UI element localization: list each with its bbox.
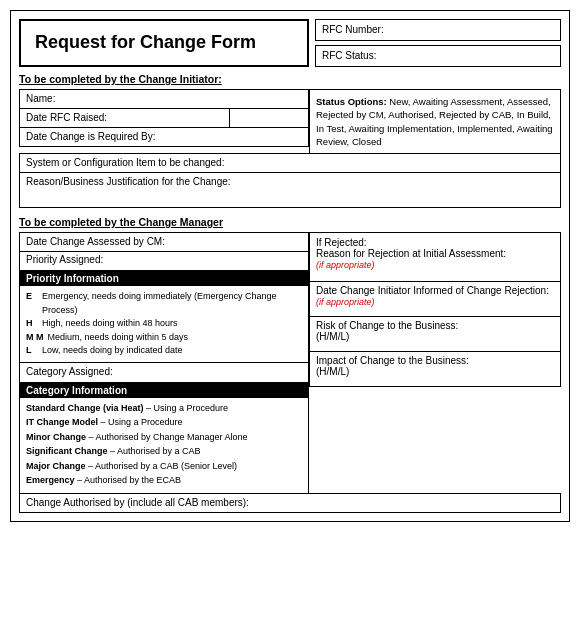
category-block: Category Information Standard Change (vi… xyxy=(19,382,309,494)
priority-item-e: E Emergency, needs doing immediately (Em… xyxy=(26,290,302,317)
impact-label: Impact of Change to the Business: (H/M/L… xyxy=(316,355,554,377)
cat-itchange: IT Change Model – Using a Procedure xyxy=(26,416,302,430)
authorised-field[interactable]: Change Authorised by (include all CAB me… xyxy=(19,493,561,513)
bottom-left: Date Change Assessed by CM: Priority Ass… xyxy=(19,232,309,494)
priority-assigned-label: Priority Assigned: xyxy=(26,254,103,265)
priority-desc-e: Emergency, needs doing immediately (Emer… xyxy=(42,290,302,317)
page-container: Request for Change Form RFC Number: RFC … xyxy=(10,10,570,522)
priority-block: Priority Information E Emergency, needs … xyxy=(19,270,309,363)
rfc-info: RFC Number: RFC Status: xyxy=(315,19,561,67)
date-required-label: Date Change is Required By: xyxy=(26,131,156,142)
category-assigned-field[interactable]: Category Assigned: xyxy=(19,363,309,383)
initiator-section-label: To be completed by the Change Initiator: xyxy=(19,73,561,85)
priority-item-h: H High, needs doing within 48 hours xyxy=(26,317,302,331)
date-rfc-blank[interactable] xyxy=(229,108,309,128)
informed-field[interactable]: Date Change Initiator Informed of Change… xyxy=(309,281,561,317)
date-assessed-label: Date Change Assessed by CM: xyxy=(26,236,165,247)
risk-label: Risk of Change to the Business: (H/M/L) xyxy=(316,320,554,342)
date-assessed-field[interactable]: Date Change Assessed by CM: xyxy=(19,232,309,252)
status-options-box: Status Options: New, Awaiting Assessment… xyxy=(309,89,561,154)
informed-if-appropriate: (if appropriate) xyxy=(316,297,375,307)
rejection-reason-label: Reason for Rejection at Initial Assessme… xyxy=(316,248,554,259)
if-rejected-label: If Rejected: xyxy=(316,237,554,248)
name-label: Name: xyxy=(26,93,55,104)
cat-significant: Significant Change – Authorised by a CAB xyxy=(26,445,302,459)
priority-code-m: M M xyxy=(26,331,44,345)
top-section: Request for Change Form RFC Number: RFC … xyxy=(19,19,561,67)
cat-standard: Standard Change (via Heat) – Using a Pro… xyxy=(26,402,302,416)
if-appropriate-italic: (if appropriate) xyxy=(316,260,375,270)
page-title: Request for Change Form xyxy=(35,32,256,54)
reason-field[interactable]: Reason/Business Justification for the Ch… xyxy=(19,172,561,208)
priority-item-l: L Low, needs doing by indicated date xyxy=(26,344,302,358)
manager-section-label: To be completed by the Change Manager xyxy=(19,216,561,228)
priority-desc-h: High, needs doing within 48 hours xyxy=(42,317,178,331)
date-rfc-row: Date RFC Raised: xyxy=(19,108,309,128)
category-content: Standard Change (via Heat) – Using a Pro… xyxy=(20,398,308,493)
priority-header: Priority Information xyxy=(20,271,308,286)
priority-code-e: E xyxy=(26,290,38,317)
initiator-left: Name: Date RFC Raised: Date Change is Re… xyxy=(19,89,309,154)
priority-content: E Emergency, needs doing immediately (Em… xyxy=(20,286,308,362)
informed-label: Date Change Initiator Informed of Change… xyxy=(316,285,554,296)
authorised-label: Change Authorised by (include all CAB me… xyxy=(26,497,249,508)
rfc-status-field[interactable]: RFC Status: xyxy=(315,45,561,67)
manager-section: To be completed by the Change Manager Da… xyxy=(19,216,561,513)
cat-emergency: Emergency – Authorised by the ECAB xyxy=(26,474,302,488)
priority-assigned-field[interactable]: Priority Assigned: xyxy=(19,251,309,271)
initiator-fields: Name: Date RFC Raised: Date Change is Re… xyxy=(19,89,561,154)
date-rfc-label: Date RFC Raised: xyxy=(26,112,107,123)
bottom-right: If Rejected: Reason for Rejection at Ini… xyxy=(309,232,561,494)
bottom-grid: Date Change Assessed by CM: Priority Ass… xyxy=(19,232,561,494)
rfc-status-label: RFC Status: xyxy=(322,50,376,61)
rejection-field[interactable]: If Rejected: Reason for Rejection at Ini… xyxy=(309,232,561,282)
date-rfc-field[interactable]: Date RFC Raised: xyxy=(19,108,230,128)
category-assigned-label: Category Assigned: xyxy=(26,366,113,377)
name-field[interactable]: Name: xyxy=(19,89,309,109)
system-field[interactable]: System or Configuration Item to be chang… xyxy=(19,153,561,173)
impact-field[interactable]: Impact of Change to the Business: (H/M/L… xyxy=(309,351,561,387)
risk-field[interactable]: Risk of Change to the Business: (H/M/L) xyxy=(309,316,561,352)
cat-minor: Minor Change – Authorised by Change Mana… xyxy=(26,431,302,445)
priority-code-h: H xyxy=(26,317,38,331)
date-required-field[interactable]: Date Change is Required By: xyxy=(19,127,309,147)
system-label: System or Configuration Item to be chang… xyxy=(26,157,224,168)
rfc-number-label: RFC Number: xyxy=(322,24,384,35)
priority-item-m: M M Medium, needs doing within 5 days xyxy=(26,331,302,345)
rfc-number-field[interactable]: RFC Number: xyxy=(315,19,561,41)
category-header: Category Information xyxy=(20,383,308,398)
priority-desc-m: Medium, needs doing within 5 days xyxy=(48,331,189,345)
title-box: Request for Change Form xyxy=(19,19,309,67)
priority-desc-l: Low, needs doing by indicated date xyxy=(42,344,183,358)
priority-code-l: L xyxy=(26,344,38,358)
cat-major: Major Change – Authorised by a CAB (Seni… xyxy=(26,460,302,474)
reason-label: Reason/Business Justification for the Ch… xyxy=(26,176,231,187)
